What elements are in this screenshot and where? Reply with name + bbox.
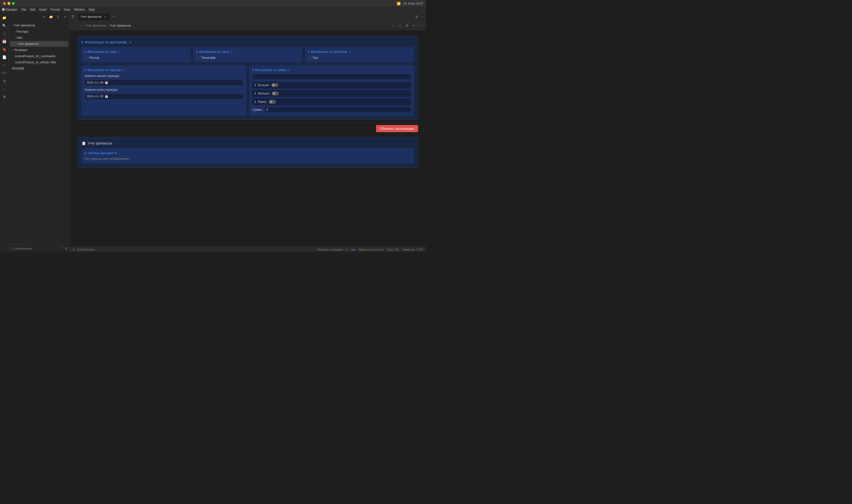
new-file-icon[interactable]: ✏ <box>42 14 47 19</box>
sum-value-input[interactable] <box>264 107 411 113</box>
filter-type-title: Фильтровать по типу: <box>87 50 116 54</box>
forward-arrow[interactable]: › <box>78 23 83 28</box>
more-icon[interactable]: ⋯ <box>420 14 425 19</box>
statusbar-right: Показать последние: 0 зап Обратных ссыло… <box>317 248 423 251</box>
end-date-input[interactable]: 2024–11–09 📅 <box>85 93 243 100</box>
filter-bottom-row: ℹ Фильтровать по периоду ▾ Укажите начал… <box>81 65 414 116</box>
more-header-icon[interactable]: ⋯ <box>418 23 423 28</box>
terminal-icon[interactable]: ▷ <box>1 62 8 69</box>
info-sum-icon: ℹ <box>252 68 253 72</box>
breadcrumb-parent[interactable]: Учет финансов <box>85 24 106 28</box>
code-icon[interactable]: </> <box>1 70 8 76</box>
menu-insert[interactable]: Insert <box>39 8 47 11</box>
sidebar-toggle-icon[interactable]: ☰ <box>71 14 75 19</box>
menu-file[interactable]: File <box>21 8 26 11</box>
update-filter-button[interactable]: Обновить фильтрацию <box>376 125 418 132</box>
filter-account-header[interactable]: ℹ Фильтровать по счету: ▾ <box>196 50 299 54</box>
menshe-toggle[interactable] <box>272 91 279 95</box>
income-table-header[interactable]: ℹ Таблица Доходов ▾ <box>85 151 411 155</box>
bookmark-icon[interactable]: 🔖 <box>1 46 8 53</box>
sidebar-item-control-commands[interactable]: controlFinance_for_commands <box>10 53 68 59</box>
minimize-button[interactable] <box>7 2 10 5</box>
editor-content[interactable]: ℹ Фильтрация по критериям ▾ ℹ Фильтроват… <box>70 30 426 247</box>
sidebar-item-rashody[interactable]: › Расходы <box>10 29 68 35</box>
copy-icon[interactable]: ⧉ <box>1 77 8 84</box>
search-icon[interactable]: 🔍 <box>1 22 8 29</box>
help-icon[interactable]: ? <box>61 247 63 250</box>
sum-label: Сумма: <box>252 108 262 111</box>
filter-type-header[interactable]: ℹ Фильтровать по типу: ▾ <box>85 50 187 54</box>
home-header-icon[interactable]: ⌂ <box>391 23 395 28</box>
sidebar-item-uchet-finansov[interactable]: Учет финансов <box>10 41 68 47</box>
statusbar: ⊙ ControlFinance Показать последние: 0 з… <box>70 247 426 252</box>
filter-category-col: ℹ Фильтровать по категории: ▾ Еда <box>305 47 414 62</box>
new-tab-button[interactable]: + <box>111 14 116 20</box>
filter-account-option: Тинькофф <box>196 56 299 59</box>
filter-sum-header[interactable]: ℹ Фильтровать по сумме ▾ <box>252 68 411 72</box>
vault-status-icon: ⊙ <box>72 248 75 251</box>
start-date-input[interactable]: 2024–11–09 📅 <box>85 80 243 86</box>
info-account-icon: ℹ <box>196 50 198 54</box>
bolshe-toggle[interactable] <box>271 83 278 87</box>
activity-bar: 📁 🔍 ⬡ 📅 🔖 📄 ▷ </> ⧉ ⌂ 🗑 <box>0 12 9 252</box>
close-button[interactable] <box>3 2 6 5</box>
new-folder-icon[interactable]: 📁 <box>49 14 54 19</box>
filter-period-header[interactable]: ℹ Фильтровать по периоду ▾ <box>85 68 243 72</box>
sidebar-item-label: Расходы <box>17 30 28 33</box>
income-table-chevron: ▾ <box>115 151 116 155</box>
sort-icon[interactable]: ⇅ <box>55 14 60 19</box>
menu-format[interactable]: Format <box>51 8 60 11</box>
menu-window[interactable]: Window <box>74 8 85 11</box>
sidebar-item-templates[interactable]: ▾ Templates <box>10 47 68 53</box>
home-icon[interactable]: ⌂ <box>1 85 8 92</box>
rashod-label: Расход <box>89 56 99 59</box>
info-menshe-icon: ℹ <box>255 92 256 95</box>
sidebar-item-control-refresh[interactable]: controlFinance_to_refresh_filter <box>10 59 68 65</box>
sidebar-item-readme[interactable]: README <box>10 66 68 72</box>
info-type-icon: ℹ <box>85 50 86 54</box>
filter-type-chevron: ▾ <box>118 51 119 53</box>
graph-header-icon[interactable]: ⬡ <box>397 23 402 28</box>
eda-checkbox[interactable] <box>308 56 311 59</box>
ravno-toggle[interactable] <box>269 100 276 104</box>
sidebar-item-vault-folder[interactable]: ▾ Учет финансов <box>10 22 68 28</box>
menu-obsidian[interactable]: 🅞 Obsidian <box>2 8 18 11</box>
calendar-icon[interactable]: 📅 <box>1 38 8 45</box>
tab-close-icon[interactable]: ✕ <box>103 15 107 19</box>
tinkoff-label: Тинькофф <box>201 56 215 59</box>
files-icon[interactable]: 📁 <box>1 14 8 21</box>
ravno-label: Равно: <box>258 100 267 104</box>
menu-edit[interactable]: Edit <box>30 8 35 11</box>
filter-category-header[interactable]: ℹ Фильтровать по категории: ▾ <box>308 50 411 54</box>
sidebar-item-utils[interactable]: › Utils <box>10 35 68 41</box>
copy-header-icon[interactable]: ⧉ <box>404 23 409 28</box>
maximize-button[interactable] <box>12 2 15 5</box>
trash-icon[interactable]: 🗑 <box>1 93 8 100</box>
collapse-icon[interactable]: ✕ <box>62 14 67 19</box>
graph-icon[interactable]: ⬡ <box>1 30 8 37</box>
rashod-checkbox[interactable] <box>85 56 88 59</box>
filter-period-col: ℹ Фильтровать по периоду ▾ Укажите начал… <box>81 65 246 116</box>
back-arrow[interactable]: ‹ <box>72 23 77 28</box>
template-icon[interactable]: 📄 <box>1 54 8 61</box>
info-income-icon: ℹ <box>85 151 86 155</box>
mac-titlebar: 📶 Сб, 9 ноя. 14:07 <box>0 0 426 7</box>
sum-top-input[interactable] <box>252 74 411 79</box>
nav-arrows: ‹ › <box>72 23 83 28</box>
filter-criteria-header[interactable]: ℹ Фильтрация по критериям ▾ <box>81 40 414 44</box>
layout-icon[interactable]: ⊞ <box>414 14 419 19</box>
menu-view[interactable]: View <box>64 8 70 11</box>
words-label: Слов: 741 <box>386 248 399 251</box>
tab-uchet-finansov[interactable]: Учет финансов ✕ <box>77 13 110 20</box>
filter-account-col: ℹ Фильтровать по счету: ▾ Тинькофф <box>193 47 302 62</box>
filter-category-option: Еда <box>308 56 411 59</box>
filter-sum-chevron: ▾ <box>287 69 289 72</box>
settings-icon[interactable]: ⚙ <box>65 247 67 250</box>
edit-header-icon[interactable]: ✏ <box>411 23 416 28</box>
start-date-value: 2024–11–09 <box>87 81 103 84</box>
eda-label: Еда <box>313 56 318 59</box>
menu-help[interactable]: Help <box>89 8 95 11</box>
tinkoff-checkbox[interactable] <box>196 56 199 59</box>
sidebar-bottom: ⊙ ControlFinance ? ⚙ <box>9 245 69 252</box>
traffic-lights[interactable] <box>3 2 15 5</box>
